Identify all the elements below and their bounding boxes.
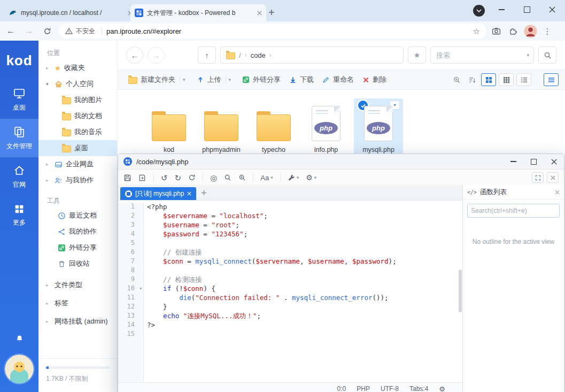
tab-close-icon[interactable] [187, 191, 191, 196]
code-line[interactable]: echo "连接MySQL...成功！"; [147, 311, 458, 320]
search-input[interactable] [435, 51, 523, 60]
editor-tab-mysqli[interactable]: [只读] mysqli.php [120, 187, 196, 200]
code-line[interactable]: // 检测连接 [147, 275, 458, 284]
window-maximize-button[interactable] [515, 0, 539, 19]
sort-button[interactable] [466, 74, 478, 86]
breadcrumb[interactable]: / › code › [220, 47, 404, 64]
rename-button[interactable]: 重命名 [318, 73, 358, 87]
breadcrumb-folder[interactable]: code [251, 51, 266, 59]
encoding[interactable]: UTF-8 [381, 385, 399, 392]
tree-item-collaborate[interactable]: ▸ 与我协作 [38, 172, 117, 188]
browser-menu-kebab-icon[interactable]: ⋮ [540, 24, 555, 39]
tree-item-favorites[interactable]: ▸ ★ 收藏夹 [38, 60, 117, 76]
browser-tab-kodbox[interactable]: 文件管理 - kodbox - Powered b [130, 4, 266, 21]
new-tab-button[interactable] [266, 6, 277, 18]
editor-minimize-button[interactable] [503, 154, 523, 169]
up-button[interactable]: ↑ [198, 47, 216, 64]
code-line[interactable]: $password = "123456"; [147, 229, 458, 239]
share-button[interactable]: 外链分享 [238, 73, 285, 87]
chevron-right-icon[interactable]: ▸ [46, 178, 51, 183]
tree-item-my-collaboration[interactable]: 我的协作 [38, 224, 117, 240]
new-folder-button[interactable]: 新建文件夹 [124, 73, 180, 87]
media-controls-button[interactable] [473, 5, 485, 17]
outline-search-input[interactable] [468, 207, 559, 214]
tree-item-recycle-bin[interactable]: 回收站 [38, 256, 117, 272]
editor-fullscreen-button[interactable] [532, 172, 544, 183]
not-secure-label[interactable]: 不安全 [76, 27, 95, 36]
file-item-typecho[interactable]: typecho [249, 98, 298, 159]
editor-maximize-button[interactable] [523, 154, 544, 169]
chevron-right-icon[interactable]: ▸ [46, 319, 51, 324]
code-line[interactable]: if (!$conn) { [147, 284, 458, 293]
breadcrumb-root[interactable]: / [239, 51, 241, 59]
editor-titlebar[interactable]: /code/mysqli.php [118, 154, 564, 170]
url-text[interactable]: pan.iproute.cn/#explorer [106, 27, 473, 35]
code-line[interactable]: $conn = mysqli_connect($servername, $use… [147, 257, 458, 266]
download-button[interactable]: 下载 [285, 73, 318, 87]
search-button[interactable] [538, 47, 556, 64]
code-line[interactable]: $servername = "localhost"; [147, 211, 458, 220]
code-line[interactable] [147, 329, 458, 339]
settings-gear-button[interactable]: ⚙ ▾ [306, 174, 316, 181]
editor-new-tab-button[interactable] [197, 186, 210, 199]
tree-item-desktop[interactable]: 桌面 [38, 140, 117, 156]
search-box[interactable]: ▾ [430, 47, 534, 64]
save-as-icon[interactable] [138, 174, 146, 182]
save-icon[interactable] [123, 174, 131, 182]
rail-item-desktop[interactable]: 桌面 [0, 80, 38, 119]
chevron-down-icon[interactable]: ▾ [46, 82, 51, 87]
tools-wrench-button[interactable]: ▾ [288, 174, 299, 181]
goto-position-icon[interactable]: ◎ [210, 174, 217, 182]
omnibox[interactable]: 不安全 pan.iproute.cn/#explorer ☆ [59, 24, 486, 39]
outline-close-icon[interactable] [555, 190, 560, 195]
file-item-kod[interactable]: kod [144, 98, 194, 159]
forward-button[interactable]: → [148, 47, 165, 64]
code-line[interactable] [147, 266, 458, 275]
code-line[interactable]: $username = "root"; [147, 220, 458, 229]
font-size-button[interactable]: Aa ▾ [260, 174, 273, 182]
upload-button[interactable]: 上传 [192, 73, 226, 87]
tab-size[interactable]: Tabs:4 [409, 385, 428, 392]
new-folder-dropdown[interactable]: ▾ [180, 75, 188, 84]
bookmark-star-icon[interactable]: ☆ [473, 27, 480, 35]
file-item-phpmyadmin[interactable]: phpmyadmin [197, 98, 246, 159]
rail-item-file-manager[interactable]: 文件管理 [0, 119, 38, 157]
browser-profile-avatar[interactable] [523, 24, 538, 39]
tree-item-recent-docs[interactable]: 最近文档 [38, 207, 117, 224]
browser-back-button[interactable]: ← [3, 24, 18, 39]
tree-item-my-pictures[interactable]: 我的图片 [38, 92, 117, 108]
refresh-icon[interactable] [188, 174, 196, 181]
file-item-mysqli-php[interactable]: ▾ php mysqli.php [354, 98, 403, 159]
favorite-path-button[interactable]: ★ [408, 47, 426, 64]
browser-forward-button[interactable]: → [21, 24, 36, 39]
tab-close-icon[interactable] [257, 11, 262, 16]
code-line[interactable]: ?> [147, 320, 458, 329]
chevron-right-icon[interactable]: ▸ [46, 66, 51, 71]
tree-item-my-music[interactable]: 我的音乐 [38, 124, 117, 140]
tree-item-file-types[interactable]: ▸ 文件类型 [38, 276, 117, 294]
undo-icon[interactable]: ↺ [161, 174, 168, 182]
fold-caret-icon[interactable]: ▾ [140, 284, 142, 293]
rail-item-more[interactable]: 更多 [0, 196, 38, 234]
code-line[interactable]: die("Connection failed: " . mysqli_conne… [147, 293, 458, 302]
cursor-position[interactable]: 0:0 [337, 385, 346, 392]
browser-tab-mysql[interactable]: mysql.iproute.cn / localhost / [4, 4, 137, 21]
view-detail-button[interactable] [544, 73, 559, 86]
scrollbar-thumb[interactable] [459, 270, 462, 312]
view-large-icons-button[interactable] [481, 73, 496, 86]
chevron-right-icon[interactable]: ▸ [46, 283, 51, 288]
language-mode[interactable]: PHP [357, 385, 370, 392]
editor-panel-close-button[interactable] [547, 172, 559, 183]
zoom-button[interactable] [450, 74, 463, 86]
browser-reload-button[interactable] [40, 24, 55, 39]
chevron-right-icon[interactable]: ▸ [46, 162, 51, 167]
find-replace-icon[interactable] [238, 174, 246, 181]
back-button[interactable]: ← [126, 47, 143, 64]
code-line[interactable]: <?php [147, 202, 458, 211]
code-line[interactable] [147, 239, 458, 248]
tree-item-enterprise-disk[interactable]: ▸ 企业网盘 [38, 156, 117, 172]
code-area[interactable]: 12345678910▾1112131415 <?php $servername… [118, 200, 462, 383]
view-small-icons-button[interactable] [499, 73, 514, 86]
tree-item-tags[interactable]: ▸ 标签 [38, 294, 117, 312]
chevron-right-icon[interactable]: ▸ [46, 301, 51, 306]
